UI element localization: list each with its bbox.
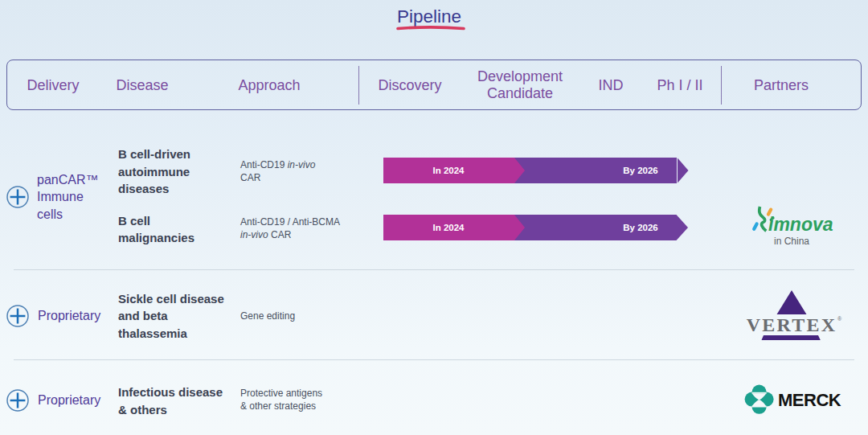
- svg-text:®: ®: [837, 316, 842, 322]
- svg-text:In 2024: In 2024: [433, 223, 465, 232]
- svg-text:imnova: imnova: [768, 214, 833, 235]
- svg-text:VERTEX: VERTEX: [747, 314, 837, 335]
- svg-text:By 2026: By 2026: [623, 166, 657, 175]
- svg-text:By 2026: By 2026: [623, 223, 657, 232]
- svg-text:In 2024: In 2024: [433, 166, 465, 175]
- svg-text:MERCK: MERCK: [778, 390, 841, 410]
- svg-text:in China: in China: [774, 236, 809, 247]
